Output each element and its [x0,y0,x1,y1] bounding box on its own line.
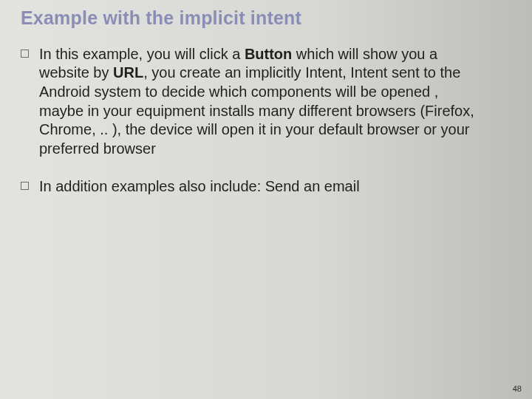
square-bullet-icon [21,182,29,190]
bold-text: URL [113,64,143,81]
square-bullet-icon [21,50,29,58]
bullet-text: In this example, you will click a Button… [39,45,482,159]
slide-title: Example with the implicit intent [21,7,511,29]
bullet-item: In this example, you will click a Button… [21,45,511,159]
page-number: 48 [513,384,522,393]
bullet-item: In addition examples also include: Send … [21,177,511,197]
slide: Example with the implicit intent In this… [0,0,532,399]
bold-text: Button [245,46,292,62]
text-fragment: In this example, you will click a [39,46,245,62]
bullet-text: In addition examples also include: Send … [39,177,360,197]
